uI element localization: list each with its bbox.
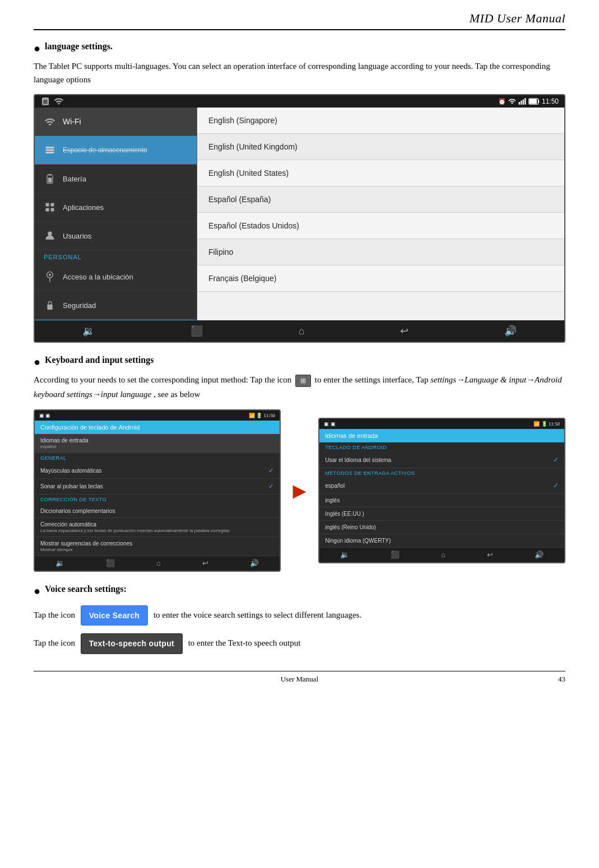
location-label: Acceso a la ubicación bbox=[63, 273, 133, 281]
svg-rect-17 bbox=[46, 208, 49, 212]
section1-body: The Tablet PC supports multi-languages. … bbox=[34, 59, 565, 86]
security-icon bbox=[44, 299, 56, 311]
small-ingles-reino-row[interactable]: inglés (Reino Unido) bbox=[319, 521, 564, 534]
small-ninguno-row[interactable]: Ningún idioma (QWERTY) bbox=[319, 534, 564, 548]
small-metodos-label: MÉTODOS DE ENTRADA ACTIVOS bbox=[319, 468, 564, 478]
sidebar-item-security[interactable]: Seguridad bbox=[35, 291, 197, 320]
small-idiomas-label: Idiomas de entrada bbox=[40, 437, 89, 444]
small-ingles-row[interactable]: inglés bbox=[319, 494, 564, 507]
sidebar-item-wifi[interactable]: Wi-Fi bbox=[35, 108, 197, 136]
section3-heading: ● Voice search settings: bbox=[34, 583, 565, 599]
small-mayusculas-check: ✓ bbox=[268, 466, 274, 475]
lang-option-singapore[interactable]: English (Singapore) bbox=[197, 108, 564, 134]
home-nav-icon[interactable]: ⌂ bbox=[299, 325, 305, 337]
status-bar-1: ⏰ 11:50 bbox=[35, 95, 564, 108]
battery-icon bbox=[528, 98, 540, 105]
voice-tap1-post: to enter the voice search settings to se… bbox=[154, 610, 361, 619]
wifi-sidebar-icon bbox=[44, 115, 56, 128]
sidebar-item-storage[interactable]: Espacio de almacenamiento bbox=[35, 136, 197, 165]
footer-inner: User Manual 43 bbox=[34, 675, 565, 684]
keyboard-body-part1: According to your needs to set the corre… bbox=[34, 375, 291, 384]
sidebar-item-keyboard[interactable]: Teclado e idioma bbox=[35, 320, 197, 320]
lang-option-estados[interactable]: Español (Estados Unidos) bbox=[197, 213, 564, 239]
small-mayusculas-label: Mayúsculas automáticas bbox=[40, 468, 102, 474]
lang-option-espana[interactable]: Español (España) bbox=[197, 186, 564, 213]
users-icon bbox=[44, 230, 56, 242]
small-nav-spk[interactable]: 🔊 bbox=[250, 559, 259, 568]
sidebar-item-users[interactable]: Usuarios bbox=[35, 222, 197, 250]
settings-content-1: English (Singapore) English (United King… bbox=[197, 108, 564, 320]
back-nav-icon[interactable]: ⬛ bbox=[191, 325, 203, 337]
lang-option-us[interactable]: English (United States) bbox=[197, 160, 564, 186]
section1-title: language settings. bbox=[45, 40, 113, 53]
small-usar-row[interactable]: Usar el Idioma del sistema ✓ bbox=[319, 452, 564, 468]
lang-option-uk[interactable]: English (United Kingdom) bbox=[197, 134, 564, 160]
small-nav-recent[interactable]: ↩ bbox=[202, 559, 208, 568]
page-title: MID User Manual bbox=[470, 11, 565, 25]
small-diccionarios-row[interactable]: Diccionarios complementarios bbox=[35, 505, 280, 518]
lang-option-filipino[interactable]: Filipino bbox=[197, 239, 564, 265]
svg-rect-4 bbox=[523, 100, 524, 105]
small-sonar-row[interactable]: Sonar al pulsar las teclas ✓ bbox=[35, 479, 280, 494]
small-teclado-label: TECLADO DE ANDROID bbox=[319, 442, 564, 452]
small-nav-r-spk[interactable]: 🔊 bbox=[535, 550, 544, 559]
tts-button[interactable]: Text-to-speech output bbox=[81, 633, 183, 654]
volume-nav-icon[interactable]: 🔉 bbox=[82, 325, 95, 337]
small-nav-r-vol[interactable]: 🔉 bbox=[340, 550, 349, 559]
page-header: MID User Manual bbox=[34, 11, 565, 30]
small-espanol-check: ✓ bbox=[553, 482, 559, 490]
small-sonar-label: Sonar al pulsar las teclas bbox=[40, 483, 103, 489]
storage-icon bbox=[44, 144, 56, 156]
sidebar-item-location[interactable]: Acceso a la ubicación bbox=[35, 263, 197, 291]
small-mostrar-row[interactable]: Mostrar sugerencias de correcciones Most… bbox=[35, 537, 280, 556]
small-nav-r-recent[interactable]: ↩ bbox=[487, 550, 493, 559]
settings-sidebar-1: Wi-Fi Espacio de almacenamiento Batería bbox=[35, 108, 197, 320]
svg-rect-13 bbox=[49, 174, 52, 175]
apps-icon bbox=[44, 201, 56, 213]
small-status-right-right: 📶 🔋 11:50 bbox=[533, 421, 560, 427]
recent-nav-icon[interactable]: ↩ bbox=[400, 325, 408, 337]
bullet-dot-3: ● bbox=[34, 583, 40, 599]
small-nav-home[interactable]: ⌂ bbox=[156, 559, 161, 568]
small-espanol-label: español bbox=[325, 483, 345, 489]
small-ingles-eeuu-row[interactable]: Inglés (EE.UU.) bbox=[319, 507, 564, 521]
section3-title: Voice search settings: bbox=[45, 583, 127, 595]
dual-screen-row: ▣ ▣ 📶 🔋 11:50 Configuración de teclado d… bbox=[34, 409, 565, 572]
speaker-nav-icon[interactable]: 🔊 bbox=[504, 325, 517, 337]
voice-tap1-text: Tap the icon Voice Search to enter the v… bbox=[34, 605, 565, 626]
wifi-icon-2 bbox=[508, 97, 516, 105]
small-espanol-row[interactable]: español ✓ bbox=[319, 478, 564, 494]
svg-rect-3 bbox=[521, 101, 522, 105]
battery-label: Batería bbox=[63, 175, 86, 183]
section2-body: According to your needs to set the corre… bbox=[34, 373, 565, 402]
svg-rect-16 bbox=[51, 203, 54, 207]
svg-rect-11 bbox=[46, 152, 54, 153]
small-mayusculas-row[interactable]: Mayúsculas automáticas ✓ bbox=[35, 463, 280, 479]
sidebar-item-battery[interactable]: Batería bbox=[35, 165, 197, 193]
keyboard-inline-icon bbox=[295, 375, 311, 387]
apps-label: Aplicaciones bbox=[63, 203, 104, 212]
svg-rect-14 bbox=[48, 178, 52, 182]
bullet-dot-2: ● bbox=[34, 354, 40, 370]
svg-rect-18 bbox=[51, 208, 54, 212]
small-status-bar-right: ▣ ▣ 📶 🔋 11:50 bbox=[319, 419, 564, 429]
bullet-dot-1: ● bbox=[34, 40, 40, 56]
footer-center-text: User Manual bbox=[281, 675, 319, 683]
small-nav-back[interactable]: ⬛ bbox=[106, 559, 115, 568]
small-screen-left: ▣ ▣ 📶 🔋 11:50 Configuración de teclado d… bbox=[34, 409, 281, 572]
sidebar-item-apps[interactable]: Aplicaciones bbox=[35, 193, 197, 222]
lang-option-francais[interactable]: Français (Belgique) bbox=[197, 265, 564, 292]
small-correccion-label: CORRECCIÓN DE TEXTO bbox=[35, 494, 280, 505]
users-label: Usuarios bbox=[63, 232, 91, 240]
voice-search-button[interactable]: Voice Search bbox=[81, 605, 148, 626]
page-footer: User Manual 43 bbox=[34, 671, 565, 684]
small-nav-vol[interactable]: 🔉 bbox=[55, 559, 64, 568]
small-status-right-left: ▣ ▣ bbox=[324, 421, 335, 427]
small-row-idiomas[interactable]: Idiomas de entrada español bbox=[35, 434, 280, 453]
section3-container: ● Voice search settings: Tap the icon Vo… bbox=[34, 583, 565, 654]
small-nav-r-home[interactable]: ⌂ bbox=[441, 550, 445, 559]
small-nav-r-back[interactable]: ⬛ bbox=[391, 550, 400, 559]
small-autocorreccion-label: Corrección automática bbox=[40, 521, 229, 528]
small-usar-check: ✓ bbox=[553, 456, 559, 464]
small-autocorreccion-row[interactable]: Corrección automática La barra espaciado… bbox=[35, 518, 280, 537]
